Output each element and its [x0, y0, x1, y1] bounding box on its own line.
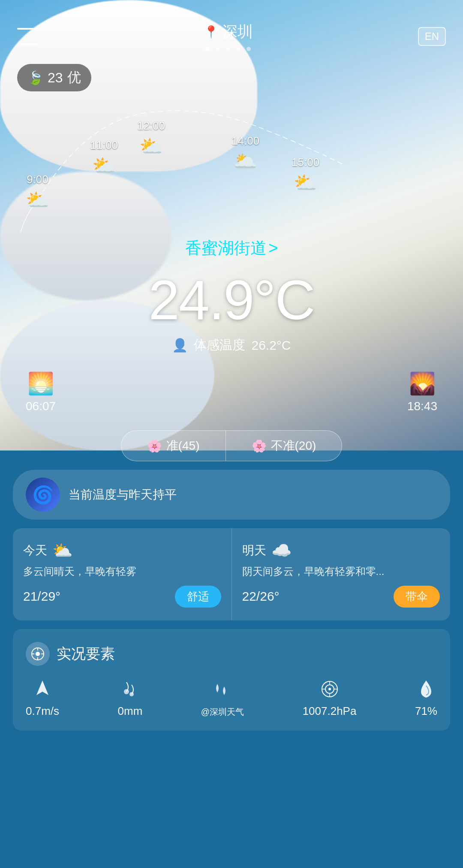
hourly-icon-15: ⛅ [294, 172, 317, 194]
wrong-icon: 🌸 [252, 439, 267, 453]
sun-row: 🌅 06:07 🌄 18:43 [0, 363, 463, 422]
page-dots [205, 47, 251, 51]
hourly-time-14: 14:00 [232, 134, 259, 148]
correct-icon: 🌸 [147, 439, 162, 453]
sunrise-time: 06:07 [26, 399, 56, 413]
dot-5[interactable] [247, 47, 251, 51]
news-banner[interactable]: 🌀 当前温度与昨天持平 [13, 470, 450, 520]
tomorrow-temp-row: 22/26° 带伞 [242, 586, 440, 608]
tomorrow-badge: 带伞 [394, 586, 440, 608]
hourly-time-11: 11:00 [90, 139, 118, 152]
pressure-value: 1007.2hPa [303, 705, 357, 718]
forecast-day-today: 今天 ⛅ [23, 541, 221, 560]
hourly-icon-9: ⛅ [26, 189, 49, 211]
hourly-item-14: 14:00 🌥️ [232, 134, 259, 172]
temp-number: 24.9 [149, 269, 254, 331]
hourly-item-12: 12:00 ⛅ [137, 119, 165, 157]
forecast-card-today[interactable]: 今天 ⛅ 多云间晴天，早晚有轻雾 21/29° 舒适 [13, 528, 232, 620]
correct-label: 准(45) [166, 438, 200, 454]
today-desc: 多云间晴天，早晚有轻雾 [23, 564, 221, 579]
menu-line-2 [17, 43, 39, 45]
main-temperature: 24.9°C [0, 268, 463, 332]
svg-point-11 [328, 688, 331, 690]
tomorrow-weather-icon: ☁️ [271, 541, 292, 560]
hourly-time-12: 12:00 [137, 119, 165, 133]
condition-wind: 0.7m/s [26, 679, 59, 718]
app-header: 📍 深圳 EN [0, 0, 463, 60]
wind-value: 0.7m/s [26, 705, 59, 718]
today-temp-row: 21/29° 舒适 [23, 586, 221, 608]
conditions-section: 实况要素 0.7m/s 0mm [13, 629, 450, 731]
dot-4[interactable] [236, 47, 241, 51]
wrong-label: 不准(20) [271, 438, 316, 454]
correct-button[interactable]: 🌸 准(45) [121, 430, 225, 461]
dot-1[interactable] [205, 47, 210, 51]
humidity-value: 71% [415, 705, 437, 718]
dot-3[interactable] [226, 47, 230, 51]
svg-point-1 [36, 652, 40, 656]
bottom-spacer [0, 739, 463, 774]
condition-precipitation: 0mm [118, 679, 143, 718]
news-logo-icon: 🌀 [32, 485, 54, 505]
conditions-header: 实况要素 [26, 642, 437, 666]
sunset-item: 🌄 18:43 [407, 371, 437, 413]
sub-location-arrow: > [268, 239, 278, 257]
tomorrow-label: 明天 [242, 542, 266, 559]
weibo-watermark-text: @深圳天气 [201, 706, 244, 718]
tomorrow-desc: 阴天间多云，早晚有轻雾和零... [242, 564, 440, 579]
precipitation-value: 0mm [118, 705, 143, 718]
feels-like-row: 👤 体感温度 26.2°C [0, 336, 463, 354]
precipitation-icon [120, 679, 140, 699]
hourly-time-15: 15:00 [292, 156, 319, 169]
location-row: 📍 深圳 [204, 21, 253, 42]
pressure-icon [319, 679, 340, 699]
temp-unit: °C [254, 269, 315, 331]
language-button[interactable]: EN [418, 27, 446, 46]
today-weather-icon: ⛅ [52, 541, 72, 560]
wrong-button[interactable]: 🌸 不准(20) [225, 430, 343, 461]
sunset-time: 18:43 [407, 399, 437, 413]
conditions-title: 实况要素 [57, 644, 115, 664]
feels-like-label: 体感温度 [194, 336, 245, 354]
temperature-display: 24.9°C [149, 269, 315, 331]
hourly-item-15: 15:00 ⛅ [292, 156, 319, 194]
hourly-icon-12: ⛅ [139, 135, 163, 157]
news-text: 当前温度与昨天持平 [69, 487, 177, 503]
wind-icon [32, 679, 53, 699]
today-label: 今天 [23, 542, 47, 559]
hourly-time-9: 9:00 [27, 173, 48, 186]
aqi-badge[interactable]: 🍃 23 优 [17, 64, 91, 91]
news-logo: 🌀 [26, 478, 60, 512]
hourly-icon-14: 🌥️ [234, 150, 257, 172]
forecast-card-tomorrow[interactable]: 明天 ☁️ 阴天间多云，早晚有轻雾和零... 22/26° 带伞 [232, 528, 451, 620]
humidity-icon [416, 679, 436, 699]
forecast-cards: 今天 ⛅ 多云间晴天，早晚有轻雾 21/29° 舒适 明天 ☁️ 阴天间多云，早… [13, 528, 450, 620]
condition-humidity: 71% [415, 679, 437, 718]
conditions-icon [26, 642, 50, 666]
menu-button[interactable] [17, 28, 39, 45]
feels-icon: 👤 [172, 338, 188, 353]
leaf-icon: 🍃 [27, 70, 43, 85]
sunrise-item: 🌅 06:07 [26, 371, 56, 413]
svg-marker-6 [36, 680, 48, 695]
sunrise-icon: 🌅 [27, 371, 54, 396]
today-temp: 21/29° [23, 589, 60, 604]
hourly-forecast: 9:00 ⛅ 11:00 ⛅ 12:00 ⛅ 14:00 🌥️ 15:00 ⛅ [0, 96, 463, 233]
feels-like-value: 26.2°C [251, 338, 291, 353]
sub-location-text: 香蜜湖街道 [185, 239, 267, 257]
condition-humidity-drops: @深圳天气 [201, 680, 244, 718]
aqi-value: 23 [48, 70, 63, 86]
sub-location[interactable]: 香蜜湖街道 > [0, 237, 463, 259]
drops-icon [212, 680, 233, 701]
menu-line-1 [17, 28, 39, 30]
dot-2[interactable] [216, 47, 220, 51]
location-pin-icon: 📍 [204, 25, 219, 39]
accuracy-buttons: 🌸 准(45) 🌸 不准(20) [26, 430, 437, 461]
sunset-icon: 🌄 [409, 371, 436, 396]
conditions-grid: 0.7m/s 0mm @深圳天气 [26, 679, 437, 718]
hourly-icon-11: ⛅ [92, 154, 116, 177]
forecast-day-tomorrow: 明天 ☁️ [242, 541, 440, 560]
city-name: 深圳 [222, 21, 253, 42]
hourly-item-11: 11:00 ⛅ [90, 139, 118, 177]
condition-pressure: 1007.2hPa [303, 679, 357, 718]
